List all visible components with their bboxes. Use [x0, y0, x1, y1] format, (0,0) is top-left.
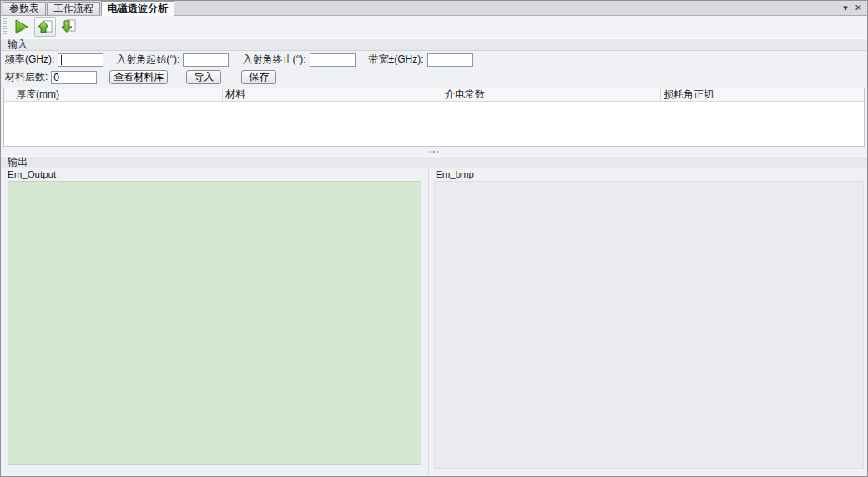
toolbar	[1, 16, 867, 38]
incident-angle-start-label: 入射角起始(°):	[116, 53, 179, 67]
tab-parameter-table[interactable]: 参数表	[3, 2, 46, 15]
run-button[interactable]	[11, 17, 33, 37]
download-icon	[60, 18, 77, 35]
upload-button[interactable]	[34, 17, 56, 37]
horizontal-splitter[interactable]	[1, 147, 867, 156]
material-layers-label: 材料层数:	[5, 70, 48, 84]
em-output-pane: Em_Output	[1, 168, 429, 476]
incident-angle-start-input[interactable]	[183, 53, 229, 67]
material-layers-input[interactable]	[51, 71, 97, 84]
text-caret	[61, 55, 62, 65]
app-window: 参数表 工作流程 电磁透波分析 ▾ ✕	[0, 0, 868, 477]
output-area: Em_Output Em_bmp	[1, 168, 867, 476]
incident-angle-end-label: 入射角终止(°):	[242, 53, 305, 67]
splitter-grip-icon	[430, 151, 438, 153]
output-section-header: 输出	[1, 156, 867, 168]
col-thickness[interactable]: 厚度(mm)	[4, 88, 223, 101]
em-output-canvas[interactable]	[8, 181, 421, 465]
import-button[interactable]: 导入	[186, 70, 221, 84]
view-material-library-button[interactable]: 查看材料库	[109, 70, 168, 84]
output-section-title: 输出	[8, 155, 28, 169]
download-button[interactable]	[58, 17, 79, 37]
col-dielectric-constant[interactable]: 介电常数	[442, 88, 661, 101]
input-row-frequency: 频率(GHz): 入射角起始(°): 入射角终止(°): 带宽±(GHz):	[1, 51, 867, 68]
tab-em-transmission-analysis[interactable]: 电磁透波分析	[101, 1, 174, 16]
bandwidth-input[interactable]	[427, 53, 473, 67]
save-button[interactable]: 保存	[241, 70, 276, 84]
run-icon	[13, 18, 30, 35]
tab-workflow[interactable]: 工作流程	[47, 2, 100, 15]
frequency-label: 频率(GHz):	[5, 53, 54, 67]
bandwidth-label: 带宽±(GHz):	[369, 53, 424, 67]
toolbar-grip-icon	[3, 18, 7, 35]
em-bmp-pane: Em_bmp	[429, 168, 867, 476]
input-row-material: 材料层数: 查看材料库 导入 保存	[1, 68, 867, 86]
em-output-label: Em_Output	[1, 168, 428, 180]
input-section-header: 输入	[1, 38, 867, 51]
material-table-header: 厚度(mm) 材料 介电常数 损耗角正切	[4, 88, 864, 102]
em-bmp-canvas[interactable]	[434, 181, 864, 469]
frequency-input[interactable]	[58, 53, 103, 67]
close-icon[interactable]: ✕	[855, 3, 862, 13]
material-table-body[interactable]	[4, 102, 864, 146]
col-material[interactable]: 材料	[223, 88, 442, 101]
material-table: 厚度(mm) 材料 介电常数 损耗角正切	[3, 88, 865, 147]
em-bmp-label: Em_bmp	[429, 168, 867, 180]
col-loss-tangent[interactable]: 损耗角正切	[661, 88, 864, 101]
tab-bar: 参数表 工作流程 电磁透波分析 ▾ ✕	[1, 1, 867, 16]
tabbar-controls: ▾ ✕	[843, 3, 862, 13]
chevron-down-icon[interactable]: ▾	[843, 3, 848, 13]
incident-angle-end-input[interactable]	[310, 53, 356, 67]
input-section-title: 输入	[8, 38, 28, 52]
upload-icon	[37, 18, 53, 35]
